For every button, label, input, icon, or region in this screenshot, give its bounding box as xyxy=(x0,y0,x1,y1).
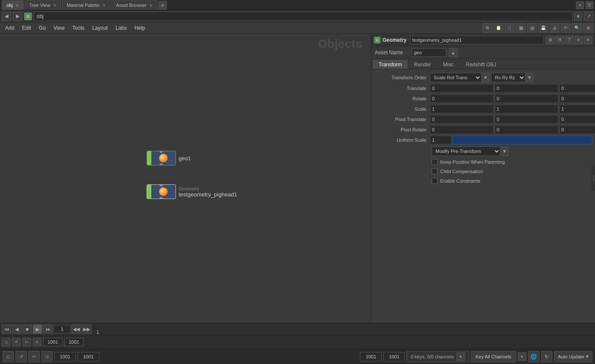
pivot-rotate-y[interactable] xyxy=(495,125,558,134)
keep-position-checkbox[interactable] xyxy=(432,159,438,165)
rot-order-arrow[interactable]: ▾ xyxy=(526,73,533,82)
tab-misc[interactable]: Misc xyxy=(438,60,460,69)
status-frame-start[interactable] xyxy=(54,352,76,361)
status-btn-3[interactable]: ↩ xyxy=(28,351,40,362)
pivot-translate-x[interactable] xyxy=(430,115,494,124)
tab-add-button[interactable]: + xyxy=(158,1,167,9)
node-geo1[interactable]: geo1 xyxy=(147,151,191,165)
props-hdr-close[interactable]: ✕ xyxy=(584,36,592,44)
tl-frame-start[interactable] xyxy=(43,338,63,346)
transform-order-select[interactable]: Scale Rot Trans xyxy=(430,73,482,82)
pivot-rotate-z[interactable] xyxy=(559,125,595,134)
tab-assetbrowser-close[interactable]: ✕ xyxy=(149,3,153,8)
scale-y[interactable] xyxy=(495,105,558,113)
uniform-scale-slider[interactable] xyxy=(452,136,592,144)
tab-ctrl-menu[interactable]: ☰ xyxy=(586,1,593,9)
auto-update-button[interactable]: Auto Update ▾ xyxy=(554,351,592,362)
translate-x[interactable] xyxy=(430,84,494,93)
tl-small-btn-3[interactable]: ↩ xyxy=(22,338,31,346)
rot-order-select[interactable]: Rx Ry Rz xyxy=(491,73,526,82)
asset-name-input[interactable] xyxy=(412,48,446,57)
child-compensation-checkbox[interactable] xyxy=(432,168,438,174)
translate-z[interactable] xyxy=(559,84,595,93)
address-input[interactable] xyxy=(34,12,573,21)
pivot-rotate-x[interactable] xyxy=(430,125,494,134)
timeline-prev-btn[interactable]: ◀ xyxy=(12,324,22,334)
pivot-translate-z[interactable] xyxy=(559,115,595,124)
node-testgeometry[interactable]: Geometry testgeometry_pighead1 xyxy=(147,184,237,199)
status-frame-right-start[interactable] xyxy=(360,352,382,361)
menu-view[interactable]: View xyxy=(50,24,68,32)
props-name-input[interactable] xyxy=(410,36,544,44)
tab-ctrl-dropdown[interactable]: ▾ xyxy=(576,1,584,9)
timeline-skip-back-btn[interactable]: ◀◀ xyxy=(72,324,81,334)
tab-materialpalette[interactable]: Material Palette ✕ xyxy=(62,0,110,10)
tab-transform[interactable]: Transform xyxy=(373,60,407,69)
tool-grid2[interactable]: ▤ xyxy=(527,23,537,33)
tab-redshift[interactable]: Redshift OBJ xyxy=(460,60,502,69)
pivot-translate-y[interactable] xyxy=(495,115,558,124)
modify-pre-select[interactable]: Modify Pre-Transform xyxy=(432,146,501,156)
back-button[interactable]: ◀ xyxy=(2,12,11,21)
tool-print[interactable]: 🖨 xyxy=(550,23,559,33)
status-key-dropdown[interactable]: ▾ xyxy=(457,352,465,361)
tl-frame-end[interactable] xyxy=(64,338,84,346)
tool-save[interactable]: 💾 xyxy=(539,23,548,33)
rotate-y[interactable] xyxy=(495,94,558,103)
scale-z[interactable] xyxy=(559,105,595,113)
rotate-x[interactable] xyxy=(430,94,494,103)
enable-constraints-checkbox[interactable] xyxy=(432,178,438,184)
tool-grid1[interactable]: ▦ xyxy=(516,23,526,33)
tool-copy[interactable]: 📋 xyxy=(494,23,503,33)
asset-name-arrow[interactable]: ▲ xyxy=(449,48,457,57)
tab-obj-close[interactable]: ✕ xyxy=(16,3,19,8)
key-all-channels-arrow[interactable]: ▾ xyxy=(518,352,526,361)
timeline-play-btn[interactable]: ▶ xyxy=(33,324,42,334)
menu-edit[interactable]: Edit xyxy=(19,24,34,32)
menu-layout[interactable]: Layout xyxy=(89,24,111,32)
props-hdr-settings[interactable]: ⚙ xyxy=(546,36,554,44)
status-btn-4[interactable]: ⊙ xyxy=(41,351,53,362)
status-frame-end[interactable] xyxy=(78,352,99,361)
timeline-frame-input[interactable] xyxy=(53,325,71,333)
scale-x[interactable] xyxy=(430,105,494,113)
timeline-skip-fwd-btn[interactable]: ▶▶ xyxy=(82,324,91,334)
tool-edit[interactable]: ✏ xyxy=(561,23,570,33)
tl-small-btn-2[interactable]: ↺ xyxy=(12,338,21,346)
menu-go[interactable]: Go xyxy=(35,24,49,32)
timeline-begin-btn[interactable]: ⏮ xyxy=(2,324,11,334)
status-refresh-icon[interactable]: ↻ xyxy=(541,351,552,362)
resize-handle[interactable] xyxy=(592,165,595,191)
tool-box[interactable]: □ xyxy=(505,23,514,33)
tab-obj[interactable]: obj ✕ xyxy=(2,0,24,10)
props-hdr-help2[interactable]: H xyxy=(555,36,564,44)
menu-add[interactable]: Add xyxy=(2,24,18,32)
tab-assetbrowser[interactable]: Asset Browser ✕ xyxy=(111,0,157,10)
transform-order-arrow[interactable]: ▾ xyxy=(482,73,489,82)
viewport[interactable]: Objects geo1 xyxy=(0,34,371,323)
timeline-end-btn[interactable]: ⏭ xyxy=(43,324,53,334)
rotate-z[interactable] xyxy=(559,94,595,103)
tl-small-btn-4[interactable]: ⊙ xyxy=(33,338,41,346)
tab-treeview-close[interactable]: ✕ xyxy=(53,3,56,8)
tool-zoom[interactable]: ⊕ xyxy=(583,23,593,33)
tab-materialpalette-close[interactable]: ✕ xyxy=(102,3,106,8)
addr-end-btn[interactable]: ↗ xyxy=(584,12,593,21)
tool-search[interactable]: 🔍 xyxy=(572,23,582,33)
tl-small-btn-1[interactable]: ◻ xyxy=(2,338,10,346)
uniform-scale-input[interactable] xyxy=(430,136,451,144)
props-hdr-menu[interactable]: ≡ xyxy=(574,36,583,44)
status-btn-2[interactable]: ↺ xyxy=(16,351,27,362)
translate-y[interactable] xyxy=(495,84,558,93)
status-btn-1[interactable]: ◻ xyxy=(3,351,14,362)
modify-pre-arrow[interactable]: ▾ xyxy=(501,146,508,156)
key-all-channels-button[interactable]: Key All Channels xyxy=(471,351,516,362)
menu-labs[interactable]: Labs xyxy=(112,24,130,32)
props-hdr-question[interactable]: ? xyxy=(565,36,573,44)
tab-treeview[interactable]: Tree View ✕ xyxy=(25,0,61,10)
status-frame-right-end[interactable] xyxy=(383,352,405,361)
menu-help[interactable]: Help xyxy=(131,24,149,32)
forward-button[interactable]: ▶ xyxy=(13,12,22,21)
address-dropdown[interactable]: ▾ xyxy=(574,12,582,21)
tab-render[interactable]: Render xyxy=(408,60,436,69)
